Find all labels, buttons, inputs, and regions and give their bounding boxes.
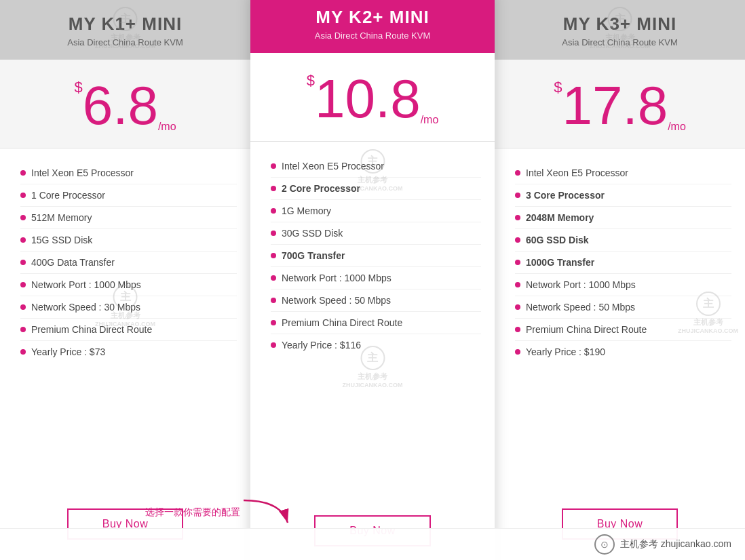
k1-feature-6: Network Port : 1000 Mbps <box>20 274 237 296</box>
bullet-icon <box>271 298 276 303</box>
plan-k1-card: 主 主机参考 ZHUJICANKAO.COM 主 主机参考 ZHUJICANKA… <box>0 0 250 560</box>
k1-feature-2: 1 Core Processor <box>20 184 237 207</box>
footer-bar: ⊙ 主机参考 zhujicankao.com <box>0 528 745 560</box>
k1-price: 6.8 <box>83 79 158 133</box>
bullet-icon <box>271 342 276 348</box>
k1-price-section: $6.8/mo <box>0 60 250 148</box>
callout-arrow-icon <box>240 497 294 527</box>
k3-feature-4: 60G SSD Disk <box>515 229 731 252</box>
bullet-icon <box>271 163 276 169</box>
k1-features: Intel Xeon E5 Processor 1 Core Processor… <box>0 148 250 495</box>
footer-logo: ⊙ 主机参考 zhujicankao.com <box>594 534 731 555</box>
k2-feature-1: Intel Xeon E5 Processor <box>271 155 481 178</box>
footer-logo-icon: ⊙ <box>594 534 615 555</box>
k1-feature-4: 15G SSD Disk <box>20 229 237 252</box>
k2-header: MY K2+ MINI Asia Direct China Route KVM <box>250 0 495 53</box>
k2-feature-9: Yearly Price : $116 <box>271 334 481 356</box>
k3-feature-1: Intel Xeon E5 Processor <box>515 162 731 184</box>
k2-feature-7: Network Speed : 50 Mbps <box>271 289 481 312</box>
bullet-icon <box>515 237 520 243</box>
k3-features: Intel Xeon E5 Processor 3 Core Processor… <box>495 148 745 495</box>
k1-dollar-sign: $ <box>74 79 82 96</box>
k2-plan-subtitle: Asia Direct China Route KVM <box>257 31 488 41</box>
bullet-icon <box>20 215 26 220</box>
k3-price: 17.8 <box>562 79 668 133</box>
k3-feature-7: Network Speed : 50 Mbps <box>515 296 731 319</box>
k3-feature-5: 1000G Transfer <box>515 252 731 274</box>
k2-price-mo: /mo <box>421 114 439 125</box>
k2-dollar-sign: $ <box>307 72 315 89</box>
callout-container: 选择一款你需要的配置 <box>145 497 294 527</box>
bullet-icon <box>515 215 520 220</box>
k1-plan-subtitle: Asia Direct China Route KVM <box>7 37 244 47</box>
k3-feature-3: 2048M Memory <box>515 207 731 229</box>
bullet-icon <box>515 304 520 310</box>
k2-features: Intel Xeon E5 Processor 2 Core Processor… <box>250 142 495 502</box>
k3-plan-name: MY K3+ MINI <box>501 14 738 35</box>
bullet-icon <box>20 349 26 355</box>
k1-feature-1: Intel Xeon E5 Processor <box>20 162 237 184</box>
k1-feature-3: 512M Memory <box>20 207 237 229</box>
k3-plan-subtitle: Asia Direct China Route KVM <box>501 37 738 47</box>
bullet-icon <box>271 208 276 214</box>
pricing-page: 主 主机参考 ZHUJICANKAO.COM 主 主机参考 ZHUJICANKA… <box>0 0 745 560</box>
k1-plan-name: MY K1+ MINI <box>7 14 244 35</box>
bullet-icon <box>20 327 26 332</box>
plan-k3-card: 主 主机参考 ZHUJICANKAO.COM 主 主机参考 ZHUJICANKA… <box>495 0 745 560</box>
bullet-icon <box>515 260 520 265</box>
k3-price-section: $17.8/mo <box>495 60 745 148</box>
bullet-icon <box>20 260 26 265</box>
footer-site-text: 主机参考 zhujicankao.com <box>620 538 731 551</box>
k2-feature-4: 30G SSD Disk <box>271 222 481 245</box>
k1-feature-8: Premium China Direct Route <box>20 319 237 341</box>
k2-feature-3: 1G Memory <box>271 200 481 222</box>
bullet-icon <box>515 327 520 332</box>
k2-feature-8: Premium China Direct Route <box>271 312 481 334</box>
k3-feature-2: 3 Core Processor <box>515 184 731 207</box>
bullet-icon <box>20 304 26 310</box>
k3-feature-8: Premium China Direct Route <box>515 319 731 341</box>
bullet-icon <box>271 253 276 258</box>
k2-feature-5: 700G Transfer <box>271 245 481 267</box>
k1-header: MY K1+ MINI Asia Direct China Route KVM <box>0 0 250 60</box>
k3-feature-9: Yearly Price : $190 <box>515 341 731 363</box>
k2-price-section: $10.8/mo <box>250 53 495 142</box>
k1-feature-5: 400G Data Transfer <box>20 252 237 274</box>
k3-feature-6: Network Port : 1000 Mbps <box>515 274 731 296</box>
k3-dollar-sign: $ <box>554 79 562 96</box>
bullet-icon <box>271 231 276 236</box>
bullet-icon <box>271 275 276 281</box>
bullet-icon <box>20 282 26 287</box>
bullet-icon <box>20 237 26 243</box>
k3-header: MY K3+ MINI Asia Direct China Route KVM <box>495 0 745 60</box>
k2-feature-2: 2 Core Processor <box>271 178 481 200</box>
bullet-icon <box>271 320 276 325</box>
bullet-icon <box>20 193 26 198</box>
k1-feature-9: Yearly Price : $73 <box>20 341 237 363</box>
callout-label: 选择一款你需要的配置 <box>145 506 240 519</box>
k1-price-mo: /mo <box>158 121 176 132</box>
k2-feature-6: Network Port : 1000 Mbps <box>271 267 481 289</box>
bullet-icon <box>515 349 520 355</box>
k2-price: 10.8 <box>315 72 421 126</box>
bullet-icon <box>271 186 276 191</box>
bullet-icon <box>515 193 520 198</box>
k1-feature-7: Network Speed : 30 Mbps <box>20 296 237 319</box>
plan-k2-card: 主 主机参考 ZHUJICANKAO.COM 主 主机参考 ZHUJICANKA… <box>250 0 495 560</box>
k2-plan-name: MY K2+ MINI <box>257 7 488 28</box>
k3-price-mo: /mo <box>668 121 686 132</box>
bullet-icon <box>515 170 520 176</box>
bullet-icon <box>20 170 26 176</box>
bullet-icon <box>515 282 520 287</box>
